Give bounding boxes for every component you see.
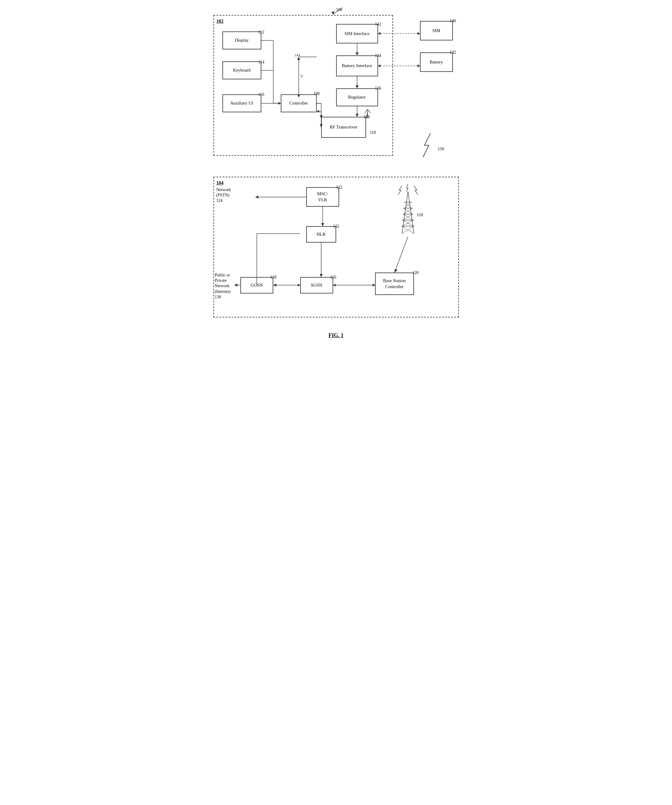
figure-caption: FIG. 1 [207,332,465,339]
ref-tower: 118 [417,213,423,217]
svg-line-39 [402,192,408,233]
battery-interface-box: Battery Interface [336,56,378,76]
controller-box: Controller [281,94,317,112]
sgsn-box: SGSN [300,277,333,294]
network-internet-label: Public orPrivateNetwork(Internet) 130 [215,273,231,300]
ref-bsc: 120 [413,270,419,275]
sim-interface-box: SIM Interface [336,24,378,43]
ref-siminterface: 142 [375,22,381,27]
ref-battinterface: 134 [375,53,381,58]
msc-vlr-box: MSC/VLR [306,187,339,207]
ref-sim: 140 [450,18,456,23]
ref-rf-110: 110 [370,130,376,135]
hlr-box: HLR [306,226,336,243]
keyboard-box: Keyboard [222,61,261,79]
display-box: Display [222,31,261,49]
auxui-box: Auxiliary UI [222,94,261,112]
network-pstn-label: Network(PSTN) 124 [216,187,231,204]
page: 100 102 Display 112 Keyboard 114 Auxilia… [207,6,465,339]
bottom-diagram: 104 Network(PSTN) 124 Public orPrivateNe… [207,171,465,327]
svg-marker-31 [418,64,420,67]
rf-transceiver-box: RF Transceiver [321,117,366,138]
device-104-label: 104 [216,180,224,186]
ggsn-box: GGSN [240,277,273,294]
battery-box: Battery [420,53,453,72]
ref-mscvlr: 122 [336,185,343,190]
ref-hlr: 132 [333,224,339,229]
svg-line-40 [408,192,414,233]
ref-controller: 106 [314,91,320,96]
ref-rftrans: 108 [364,115,370,120]
device-102-label: 102 [216,18,224,24]
ref-regulator: 136 [375,86,381,91]
top-diagram: 100 102 Display 112 Keyboard 114 Auxilia… [207,6,465,162]
ref-100: 100 [336,8,343,12]
ref-sgsn: 126 [330,275,336,280]
ref-lightning: 150 [438,147,444,151]
lightning-150-icon [417,132,441,159]
ref-ggsn: 128 [270,275,277,280]
ref-display: 112 [258,30,264,35]
ref-battery: 132 [450,50,456,55]
ref-auxui: 116 [258,92,264,97]
bsc-box: Base Station Controller [375,273,414,295]
svg-marker-28 [418,32,420,35]
svg-marker-1 [331,12,334,15]
ref-keyboard: 114 [258,60,264,65]
cell-tower-icon [393,183,423,237]
regulator-box: Regulator [336,88,378,106]
sim-box: SIM [420,21,453,40]
